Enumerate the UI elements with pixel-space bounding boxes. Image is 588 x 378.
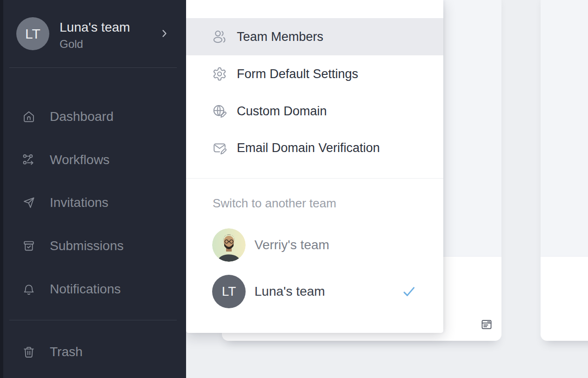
team-option-verriy[interactable]: Verriy's team (186, 227, 443, 263)
avatar-photo (212, 228, 246, 262)
users-icon (212, 29, 227, 44)
archive-check-icon (22, 239, 35, 252)
menu-item-label: Team Members (237, 30, 323, 44)
sidebar-item-invitations[interactable]: Invitations (0, 193, 186, 212)
sidebar-item-label: Invitations (50, 195, 108, 210)
sidebar-item-label: Trash (50, 345, 83, 359)
avatar: LT (212, 275, 246, 308)
form-card-preview (541, 0, 588, 257)
sidebar-item-label: Workflows (50, 153, 110, 167)
team-plan-badge: Gold (60, 38, 83, 51)
page: Team Members Form Default Settings (0, 0, 588, 378)
form-window-icon (480, 318, 493, 331)
team-name: Luna's team (60, 20, 130, 35)
mail-edit-icon (212, 140, 227, 155)
sidebar-item-label: Dashboard (50, 109, 114, 124)
team-switcher[interactable]: LT Luna's team Gold (0, 9, 186, 60)
team-settings-menu: Team Members Form Default Settings (186, 0, 443, 333)
send-icon (22, 196, 35, 209)
sidebar-divider (9, 320, 177, 320)
team-option-name: Verriy's team (254, 238, 329, 252)
team-option-name: Luna's team (254, 284, 325, 299)
menu-divider (186, 178, 443, 179)
menu-item-form-default-settings[interactable]: Form Default Settings (186, 55, 443, 93)
menu-item-custom-domain[interactable]: Custom Domain (186, 93, 443, 130)
menu-item-team-members[interactable]: Team Members (186, 18, 443, 55)
chevron-right-icon (159, 28, 170, 39)
switch-team-section-label: Switch to another team (213, 196, 336, 211)
menu-item-email-domain-verification[interactable]: Email Domain Verification (186, 129, 443, 166)
home-icon (22, 110, 35, 123)
avatar: LT (16, 17, 49, 50)
menu-item-label: Form Default Settings (237, 67, 358, 81)
trash-icon (22, 345, 35, 358)
sidebar-item-label: Submissions (50, 239, 124, 253)
sidebar-item-workflows[interactable]: Workflows (0, 150, 186, 170)
sidebar-item-submissions[interactable]: Submissions (0, 236, 186, 256)
workflow-icon (22, 153, 35, 166)
form-card (541, 0, 588, 341)
gear-icon (212, 66, 227, 81)
check-icon (402, 285, 416, 298)
bell-icon (22, 283, 35, 296)
sidebar-item-notifications[interactable]: Notifications (0, 279, 186, 299)
sidebar-item-label: Notifications (50, 282, 121, 297)
sidebar: LT Luna's team Gold Dashboard (0, 0, 186, 378)
globe-edit-icon (212, 104, 227, 119)
menu-item-label: Custom Domain (237, 104, 327, 119)
sidebar-item-dashboard[interactable]: Dashboard (0, 107, 186, 126)
sidebar-item-trash[interactable]: Trash (0, 342, 186, 362)
menu-item-label: Email Domain Verification (237, 141, 380, 155)
team-option-luna[interactable]: LT Luna's team (186, 274, 443, 309)
sidebar-divider (9, 67, 177, 68)
